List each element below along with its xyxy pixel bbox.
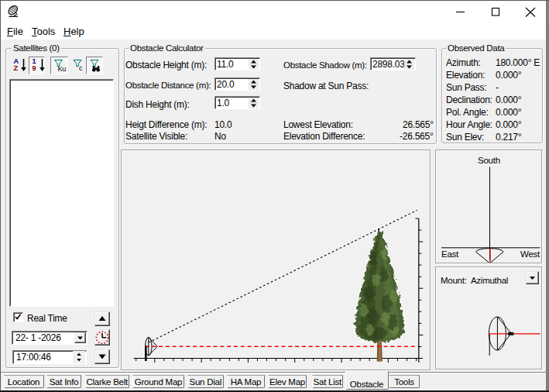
svg-text:9: 9 <box>33 64 36 72</box>
svg-text:c: c <box>79 64 83 72</box>
svg-text:Z: Z <box>14 64 19 72</box>
svg-text:Ku: Ku <box>58 65 67 73</box>
